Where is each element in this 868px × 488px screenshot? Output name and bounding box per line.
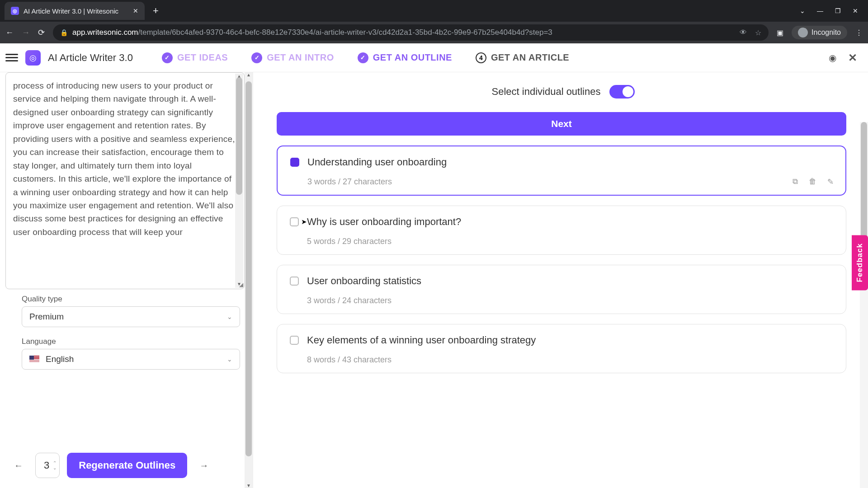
outline-stats: 8 words / 43 characters: [307, 355, 833, 365]
lock-icon: 🔒: [60, 29, 68, 36]
outline-card[interactable]: Why is user onboarding important? 5 word…: [277, 206, 846, 255]
delete-icon[interactable]: 🗑: [809, 177, 816, 187]
right-panel: Select individual outlines Next Understa…: [253, 72, 868, 488]
left-panel: process of introducing new users to your…: [0, 72, 253, 488]
app-title: AI Article Writer 3.0: [48, 52, 133, 64]
edit-icon[interactable]: ✎: [827, 177, 834, 187]
main-content: process of introducing new users to your…: [0, 72, 868, 488]
check-icon: ✓: [358, 52, 368, 63]
outline-title: User onboarding statistics: [307, 275, 421, 287]
left-footer: ← 3 ⌃ ⌄ Regenerate Outlines →: [0, 446, 253, 488]
close-window-icon[interactable]: ✕: [853, 7, 858, 14]
outline-title: Key elements of a winning user onboardin…: [307, 334, 536, 346]
outline-stats: 3 words / 27 characters: [307, 177, 833, 187]
close-icon[interactable]: ✕: [848, 52, 857, 64]
outline-checkbox[interactable]: [290, 217, 299, 226]
resize-handle-icon[interactable]: ◢: [239, 282, 243, 288]
increment-icon[interactable]: ⌃: [53, 460, 57, 465]
quality-type-label: Quality type: [22, 295, 240, 304]
scroll-up-arrow-icon[interactable]: ▲: [245, 72, 253, 77]
right-panel-scrollbar[interactable]: [860, 122, 868, 488]
prev-step-button[interactable]: ←: [9, 456, 28, 475]
next-button[interactable]: Next: [277, 112, 846, 136]
outline-title: Understanding user onboarding: [307, 156, 447, 168]
outline-checkbox[interactable]: [290, 277, 299, 286]
scrollbar-thumb[interactable]: [236, 77, 242, 195]
next-step-button[interactable]: →: [194, 456, 213, 475]
copy-icon[interactable]: ⧉: [793, 177, 798, 187]
outline-checkbox[interactable]: [290, 336, 299, 345]
window-controls: ⌄ — ❐ ✕: [800, 7, 868, 14]
language-value: English: [46, 354, 74, 364]
outline-card[interactable]: User onboarding statistics 3 words / 24 …: [277, 265, 846, 314]
intro-text-content: process of introducing new users to your…: [13, 79, 237, 239]
incognito-icon: [798, 28, 808, 38]
intro-textarea[interactable]: process of introducing new users to your…: [5, 72, 245, 289]
maximize-icon[interactable]: ❐: [835, 7, 841, 14]
select-individual-toggle[interactable]: [609, 85, 635, 99]
toggle-row: Select individual outlines: [277, 85, 850, 99]
new-tab-button[interactable]: +: [153, 5, 159, 17]
browser-tab-strip: ◎ AI Article Writer 3.0 | Writesonic ✕ +…: [0, 0, 868, 22]
outline-card[interactable]: Key elements of a winning user onboardin…: [277, 324, 846, 373]
chevron-down-icon[interactable]: ⌄: [800, 7, 805, 14]
language-label: Language: [22, 337, 240, 346]
sidebar-form: Quality type Premium ⌄ Language English …: [0, 289, 253, 380]
feedback-tab[interactable]: Feedback: [852, 235, 868, 290]
outline-count-stepper[interactable]: 3 ⌃ ⌄: [35, 453, 60, 478]
extensions-icon[interactable]: ▣: [777, 28, 783, 37]
reload-button[interactable]: ⟳: [38, 28, 45, 38]
us-flag-icon: [29, 356, 39, 363]
quality-type-value: Premium: [29, 312, 64, 322]
chevron-down-icon: ⌄: [227, 313, 232, 320]
outline-stats: 3 words / 24 characters: [307, 296, 833, 305]
forward-button[interactable]: →: [22, 28, 30, 38]
quality-type-select[interactable]: Premium ⌄: [22, 306, 240, 327]
tab-close-icon[interactable]: ✕: [133, 7, 138, 14]
step-get-intro[interactable]: ✓ GET AN INTRO: [251, 52, 334, 63]
step-get-outline[interactable]: ✓ GET AN OUTLINE: [358, 52, 452, 63]
eye-off-icon[interactable]: 👁: [740, 28, 747, 37]
kebab-menu-icon[interactable]: ⋮: [855, 28, 863, 37]
minimize-icon[interactable]: —: [817, 7, 823, 14]
url-bar[interactable]: 🔒 app.writesonic.com/template/6bc4afed-9…: [53, 24, 769, 41]
star-icon[interactable]: ☆: [755, 28, 761, 37]
check-icon: ✓: [251, 52, 262, 63]
decrement-icon[interactable]: ⌄: [53, 465, 57, 470]
browser-tab[interactable]: ◎ AI Article Writer 3.0 | Writesonic ✕: [5, 2, 145, 20]
outline-title: Why is user onboarding important?: [307, 216, 461, 228]
app-logo-icon: ◎: [25, 50, 41, 66]
toggle-label: Select individual outlines: [492, 86, 601, 98]
language-select[interactable]: English ⌄: [22, 349, 240, 370]
textarea-scrollbar[interactable]: ▲ ▼: [235, 74, 243, 288]
scrollbar-thumb[interactable]: [245, 81, 252, 456]
progress-steps: ✓ GET IDEAS ✓ GET AN INTRO ✓ GET AN OUTL…: [162, 52, 569, 63]
app-header: ◎ AI Article Writer 3.0 ✓ GET IDEAS ✓ GE…: [0, 43, 868, 72]
url-text: app.writesonic.com/template/6bc4afed-937…: [72, 28, 552, 37]
hamburger-menu-icon[interactable]: [5, 52, 18, 63]
regenerate-outlines-button[interactable]: Regenerate Outlines: [67, 453, 187, 478]
check-icon: ✓: [162, 52, 173, 63]
back-button[interactable]: ←: [5, 28, 14, 38]
chevron-down-icon: ⌄: [227, 356, 232, 363]
tab-title: AI Article Writer 3.0 | Writesonic: [24, 7, 118, 15]
count-value: 3: [44, 460, 49, 471]
favicon-icon: ◎: [11, 7, 19, 15]
outline-stats: 5 words / 29 characters: [307, 237, 833, 246]
step-number: 4: [476, 52, 486, 63]
browser-nav-bar: ← → ⟳ 🔒 app.writesonic.com/template/6bc4…: [0, 22, 868, 43]
outline-card[interactable]: Understanding user onboarding 3 words / …: [277, 145, 846, 196]
step-get-article[interactable]: 4 GET AN ARTICLE: [476, 52, 569, 63]
left-panel-scrollbar[interactable]: ▲ ▼: [245, 72, 253, 488]
outline-checkbox[interactable]: [290, 158, 299, 167]
play-circle-icon[interactable]: ◉: [829, 52, 836, 63]
step-get-ideas[interactable]: ✓ GET IDEAS: [162, 52, 228, 63]
incognito-badge: Incognito: [792, 26, 847, 39]
toggle-thumb: [623, 86, 633, 97]
scroll-down-arrow-icon[interactable]: ▼: [245, 483, 253, 488]
